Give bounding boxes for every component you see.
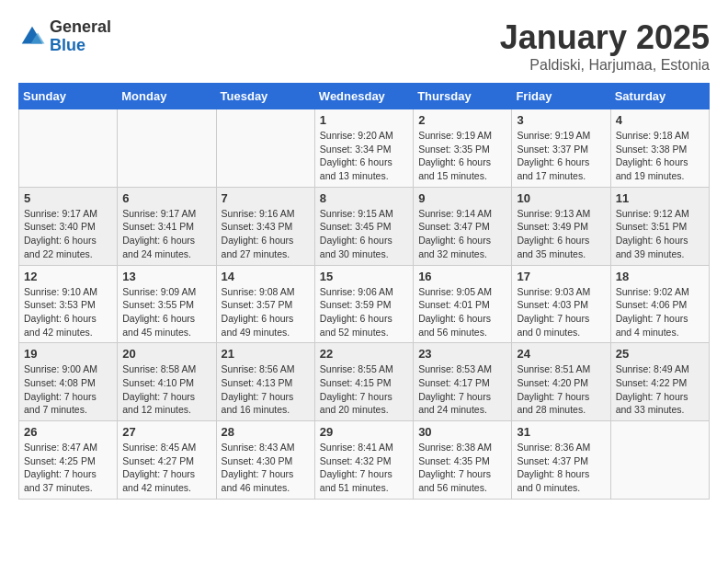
day-number: 18	[616, 270, 704, 283]
calendar-week-row: 12Sunrise: 9:10 AM Sunset: 3:53 PM Dayli…	[19, 265, 710, 343]
day-info: Sunrise: 8:55 AM Sunset: 4:15 PM Dayligh…	[320, 362, 408, 417]
weekday-header-sunday: Sunday	[19, 84, 118, 109]
day-info: Sunrise: 9:02 AM Sunset: 4:06 PM Dayligh…	[616, 285, 704, 339]
calendar-title: January 2025	[500, 18, 710, 57]
calendar-week-row: 5Sunrise: 9:17 AM Sunset: 3:40 PM Daylig…	[19, 187, 710, 265]
weekday-header-tuesday: Tuesday	[216, 84, 314, 109]
day-info: Sunrise: 9:13 AM Sunset: 3:49 PM Dayligh…	[517, 207, 605, 261]
calendar-cell: 26Sunrise: 8:47 AM Sunset: 4:25 PM Dayli…	[19, 421, 118, 500]
day-info: Sunrise: 8:51 AM Sunset: 4:20 PM Dayligh…	[517, 362, 605, 417]
day-number: 19	[24, 347, 112, 361]
day-info: Sunrise: 8:43 AM Sunset: 4:30 PM Dayligh…	[222, 441, 310, 495]
calendar-cell: 24Sunrise: 8:51 AM Sunset: 4:20 PM Dayli…	[512, 343, 610, 421]
day-number: 14	[222, 270, 310, 283]
day-info: Sunrise: 9:16 AM Sunset: 3:43 PM Dayligh…	[222, 207, 310, 261]
calendar-week-row: 19Sunrise: 9:00 AM Sunset: 4:08 PM Dayli…	[19, 343, 710, 421]
day-number: 29	[320, 425, 408, 439]
day-info: Sunrise: 9:14 AM Sunset: 3:47 PM Dayligh…	[418, 207, 506, 261]
day-info: Sunrise: 8:49 AM Sunset: 4:22 PM Dayligh…	[616, 362, 704, 417]
day-number: 31	[517, 425, 605, 439]
day-number: 11	[616, 191, 704, 205]
calendar-cell: 8Sunrise: 9:15 AM Sunset: 3:45 PM Daylig…	[314, 187, 413, 265]
day-info: Sunrise: 9:05 AM Sunset: 4:01 PM Dayligh…	[418, 285, 506, 339]
calendar-cell: 30Sunrise: 8:38 AM Sunset: 4:35 PM Dayli…	[414, 421, 512, 500]
page-header: General Blue January 2025 Paldiski, Harj…	[18, 18, 710, 74]
calendar-cell: 31Sunrise: 8:36 AM Sunset: 4:37 PM Dayli…	[512, 421, 610, 500]
calendar-cell: 13Sunrise: 9:09 AM Sunset: 3:55 PM Dayli…	[118, 265, 216, 343]
day-info: Sunrise: 9:08 AM Sunset: 3:57 PM Dayligh…	[222, 285, 310, 339]
calendar-cell: 25Sunrise: 8:49 AM Sunset: 4:22 PM Dayli…	[610, 343, 709, 421]
calendar-cell	[118, 109, 216, 188]
day-number: 9	[418, 191, 506, 205]
day-number: 21	[222, 347, 310, 361]
calendar-cell: 6Sunrise: 9:17 AM Sunset: 3:41 PM Daylig…	[118, 187, 216, 265]
day-number: 28	[222, 425, 310, 439]
day-info: Sunrise: 9:18 AM Sunset: 3:38 PM Dayligh…	[616, 129, 704, 183]
calendar-subtitle: Paldiski, Harjumaa, Estonia	[500, 57, 710, 74]
calendar-cell: 19Sunrise: 9:00 AM Sunset: 4:08 PM Dayli…	[19, 343, 118, 421]
calendar-cell: 7Sunrise: 9:16 AM Sunset: 3:43 PM Daylig…	[216, 187, 314, 265]
weekday-header-thursday: Thursday	[414, 84, 512, 109]
day-info: Sunrise: 9:06 AM Sunset: 3:59 PM Dayligh…	[320, 285, 408, 339]
day-info: Sunrise: 9:03 AM Sunset: 4:03 PM Dayligh…	[517, 285, 605, 339]
calendar-cell	[610, 421, 709, 500]
day-number: 24	[517, 347, 605, 361]
day-info: Sunrise: 9:17 AM Sunset: 3:40 PM Dayligh…	[24, 207, 112, 261]
day-number: 16	[418, 270, 506, 283]
day-number: 25	[616, 347, 704, 361]
day-number: 7	[222, 191, 310, 205]
calendar-cell: 3Sunrise: 9:19 AM Sunset: 3:37 PM Daylig…	[512, 109, 610, 188]
day-info: Sunrise: 9:00 AM Sunset: 4:08 PM Dayligh…	[24, 362, 112, 417]
logo-icon	[18, 23, 46, 51]
calendar-cell: 28Sunrise: 8:43 AM Sunset: 4:30 PM Dayli…	[216, 421, 314, 500]
day-info: Sunrise: 8:53 AM Sunset: 4:17 PM Dayligh…	[418, 362, 506, 417]
day-info: Sunrise: 8:38 AM Sunset: 4:35 PM Dayligh…	[418, 441, 506, 495]
day-info: Sunrise: 8:56 AM Sunset: 4:13 PM Dayligh…	[222, 362, 310, 417]
day-number: 1	[320, 113, 408, 127]
title-block: January 2025 Paldiski, Harjumaa, Estonia	[500, 18, 710, 74]
day-info: Sunrise: 9:19 AM Sunset: 3:35 PM Dayligh…	[418, 129, 506, 183]
day-info: Sunrise: 8:41 AM Sunset: 4:32 PM Dayligh…	[320, 441, 408, 495]
calendar-cell: 1Sunrise: 9:20 AM Sunset: 3:34 PM Daylig…	[314, 109, 413, 188]
day-info: Sunrise: 9:20 AM Sunset: 3:34 PM Dayligh…	[320, 129, 408, 183]
day-info: Sunrise: 9:12 AM Sunset: 3:51 PM Dayligh…	[616, 207, 704, 261]
calendar-cell	[216, 109, 314, 188]
day-number: 22	[320, 347, 408, 361]
logo-blue-text: Blue	[50, 37, 111, 55]
day-info: Sunrise: 9:09 AM Sunset: 3:55 PM Dayligh…	[122, 285, 210, 339]
day-info: Sunrise: 8:58 AM Sunset: 4:10 PM Dayligh…	[122, 362, 210, 417]
day-number: 8	[320, 191, 408, 205]
day-number: 4	[616, 113, 704, 127]
calendar-table: SundayMondayTuesdayWednesdayThursdayFrid…	[18, 83, 710, 500]
day-info: Sunrise: 9:17 AM Sunset: 3:41 PM Dayligh…	[122, 207, 210, 261]
calendar-cell: 15Sunrise: 9:06 AM Sunset: 3:59 PM Dayli…	[314, 265, 413, 343]
calendar-cell: 14Sunrise: 9:08 AM Sunset: 3:57 PM Dayli…	[216, 265, 314, 343]
day-number: 15	[320, 270, 408, 283]
day-number: 12	[24, 270, 112, 283]
calendar-week-row: 26Sunrise: 8:47 AM Sunset: 4:25 PM Dayli…	[19, 421, 710, 500]
weekday-header-row: SundayMondayTuesdayWednesdayThursdayFrid…	[19, 84, 710, 109]
calendar-cell: 27Sunrise: 8:45 AM Sunset: 4:27 PM Dayli…	[118, 421, 216, 500]
day-number: 27	[122, 425, 210, 439]
day-info: Sunrise: 9:15 AM Sunset: 3:45 PM Dayligh…	[320, 207, 408, 261]
day-number: 6	[122, 191, 210, 205]
day-info: Sunrise: 9:19 AM Sunset: 3:37 PM Dayligh…	[517, 129, 605, 183]
day-info: Sunrise: 9:10 AM Sunset: 3:53 PM Dayligh…	[24, 285, 112, 339]
day-number: 23	[418, 347, 506, 361]
day-info: Sunrise: 8:47 AM Sunset: 4:25 PM Dayligh…	[24, 441, 112, 495]
calendar-week-row: 1Sunrise: 9:20 AM Sunset: 3:34 PM Daylig…	[19, 109, 710, 188]
day-number: 26	[24, 425, 112, 439]
calendar-cell: 18Sunrise: 9:02 AM Sunset: 4:06 PM Dayli…	[610, 265, 709, 343]
day-info: Sunrise: 8:36 AM Sunset: 4:37 PM Dayligh…	[517, 441, 605, 495]
calendar-cell: 29Sunrise: 8:41 AM Sunset: 4:32 PM Dayli…	[314, 421, 413, 500]
calendar-cell: 20Sunrise: 8:58 AM Sunset: 4:10 PM Dayli…	[118, 343, 216, 421]
calendar-cell: 21Sunrise: 8:56 AM Sunset: 4:13 PM Dayli…	[216, 343, 314, 421]
weekday-header-friday: Friday	[512, 84, 610, 109]
calendar-cell: 17Sunrise: 9:03 AM Sunset: 4:03 PM Dayli…	[512, 265, 610, 343]
logo-general-text: General	[50, 18, 111, 37]
day-number: 17	[517, 270, 605, 283]
weekday-header-wednesday: Wednesday	[314, 84, 413, 109]
day-number: 30	[418, 425, 506, 439]
calendar-cell: 4Sunrise: 9:18 AM Sunset: 3:38 PM Daylig…	[610, 109, 709, 188]
weekday-header-monday: Monday	[118, 84, 216, 109]
